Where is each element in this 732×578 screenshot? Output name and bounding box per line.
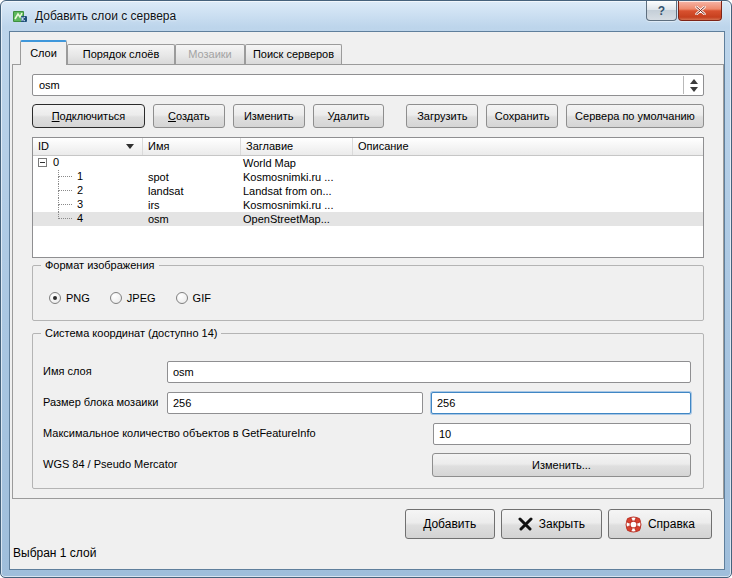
help-button[interactable]: Справка bbox=[608, 509, 712, 539]
server-connection-combobox[interactable]: osm bbox=[32, 74, 704, 96]
tab-tilesets-label: Мозаики bbox=[188, 48, 232, 60]
radio-jpeg[interactable]: JPEG bbox=[110, 292, 156, 304]
tree-branch-line bbox=[58, 191, 59, 198]
tab-layers-label: Слои bbox=[30, 47, 57, 59]
row-title: World Map bbox=[241, 157, 353, 169]
image-format-group-label: Формат изображения bbox=[41, 259, 159, 271]
save-connections-button[interactable]: Сохранить bbox=[486, 104, 558, 128]
close-icon bbox=[695, 6, 706, 15]
row-id: 2 bbox=[77, 184, 83, 196]
tree-expander-icon[interactable] bbox=[38, 158, 47, 167]
radio-png[interactable]: PNG bbox=[49, 292, 90, 304]
tree-branch-line bbox=[58, 177, 59, 184]
image-format-group: Формат изображения PNG JPEG GIF bbox=[32, 265, 704, 321]
tree-branch-icon bbox=[58, 184, 72, 191]
row-id: 0 bbox=[53, 156, 59, 168]
image-format-options: PNG JPEG GIF bbox=[49, 292, 211, 304]
row-name: landsat bbox=[143, 185, 241, 197]
feature-limit-input[interactable] bbox=[433, 423, 691, 445]
tab-layers[interactable]: Слои bbox=[20, 40, 67, 65]
edit-connection-button-label: Изменить bbox=[244, 110, 294, 122]
save-connections-button-label: Сохранить bbox=[495, 110, 550, 122]
coordinate-system-group-label: Система координат (доступно 14) bbox=[41, 327, 221, 339]
change-crs-button-label: Изменить... bbox=[532, 459, 591, 471]
tile-height-input[interactable] bbox=[431, 392, 691, 414]
coordinate-system-group: Система координат (доступно 14) Имя слоя… bbox=[32, 333, 704, 489]
table-row[interactable]: 1 spot Kosmosnimki.ru ... bbox=[33, 170, 703, 184]
row-title: OpenStreetMap... bbox=[241, 213, 353, 225]
default-servers-button-label: Сервера по умолчанию bbox=[575, 110, 695, 122]
radio-png-icon bbox=[49, 292, 61, 304]
table-row-root[interactable]: 0 World Map bbox=[33, 156, 703, 170]
row-title: Kosmosnimki.ru ... bbox=[241, 199, 353, 211]
tree-branch-icon bbox=[58, 212, 72, 219]
spin-up-icon bbox=[690, 79, 698, 84]
help-button-label: Справка bbox=[648, 517, 695, 531]
tile-width-input[interactable] bbox=[167, 392, 423, 414]
column-header-description[interactable]: Описание bbox=[353, 138, 703, 155]
column-header-id[interactable]: ID bbox=[33, 138, 143, 155]
close-button-label: Закрыть bbox=[539, 517, 585, 531]
change-crs-button[interactable]: Изменить... bbox=[432, 453, 691, 477]
status-text: Выбран 1 слой bbox=[13, 546, 96, 560]
window-title: Добавить слои с сервера bbox=[35, 9, 176, 23]
row-id: 3 bbox=[77, 198, 83, 210]
window-close-button[interactable] bbox=[678, 1, 722, 21]
dialog-window: Добавить слои с сервера ? Слои Порядок с… bbox=[0, 0, 732, 578]
tab-server-search-label: Поиск серверов bbox=[253, 48, 334, 60]
tree-branch-line bbox=[58, 205, 59, 212]
edit-connection-button[interactable]: Изменить bbox=[233, 104, 305, 128]
load-connections-button[interactable]: Загрузить bbox=[406, 104, 478, 128]
column-header-title[interactable]: Заглавие bbox=[241, 138, 353, 155]
radio-jpeg-icon bbox=[110, 292, 122, 304]
tab-tilesets: Мозаики bbox=[175, 44, 245, 64]
crs-name-label: WGS 84 / Pseudo Mercator bbox=[43, 458, 178, 470]
layer-name-input[interactable] bbox=[167, 361, 691, 383]
row-name: osm bbox=[143, 213, 241, 225]
delete-connection-button-label: Удалить bbox=[327, 110, 369, 122]
delete-connection-button[interactable]: Удалить bbox=[313, 104, 385, 128]
dialog-client-area: Слои Порядок слоёв Мозаики Поиск серверо… bbox=[9, 31, 725, 570]
row-title: Kosmosnimki.ru ... bbox=[241, 171, 353, 183]
close-button[interactable]: Закрыть bbox=[501, 509, 602, 539]
new-connection-button-label: оздать bbox=[176, 110, 210, 122]
connection-toolbar: Подключиться Создать Изменить Удалить За… bbox=[32, 104, 704, 128]
radio-jpeg-label: JPEG bbox=[127, 292, 156, 304]
close-x-icon bbox=[518, 517, 533, 531]
layers-table[interactable]: ID Имя Заглавие Описание 0 bbox=[32, 137, 704, 258]
row-name: spot bbox=[143, 171, 241, 183]
add-button[interactable]: Добавить bbox=[405, 509, 495, 539]
table-row[interactable]: 2 landsat Landsat from on... bbox=[33, 184, 703, 198]
sort-descending-icon bbox=[126, 144, 134, 149]
help-lifering-icon bbox=[625, 516, 642, 533]
connect-button[interactable]: Подключиться bbox=[32, 104, 145, 128]
connect-button-label: П bbox=[52, 110, 60, 122]
tree-branch-icon bbox=[58, 198, 72, 205]
tab-layer-order-label: Порядок слоёв bbox=[83, 48, 160, 60]
radio-gif[interactable]: GIF bbox=[176, 292, 211, 304]
feature-limit-label: Максимальное количество объектов в GetFe… bbox=[43, 427, 316, 439]
radio-png-label: PNG bbox=[66, 292, 90, 304]
tile-size-label: Размер блока мозаики bbox=[43, 396, 158, 408]
load-connections-button-label: Загрузить bbox=[417, 110, 467, 122]
layer-name-label: Имя слоя bbox=[43, 365, 92, 377]
radio-gif-label: GIF bbox=[193, 292, 211, 304]
tab-layer-order[interactable]: Порядок слоёв bbox=[67, 44, 175, 64]
row-id: 1 bbox=[77, 170, 83, 182]
default-servers-button[interactable]: Сервера по умолчанию bbox=[566, 104, 704, 128]
new-connection-button[interactable]: Создать bbox=[153, 104, 225, 128]
row-name: irs bbox=[143, 199, 241, 211]
row-title: Landsat from on... bbox=[241, 185, 353, 197]
window-help-button[interactable]: ? bbox=[646, 1, 677, 21]
tree-branch-icon bbox=[58, 170, 72, 177]
table-header: ID Имя Заглавие Описание bbox=[33, 138, 703, 156]
table-row-selected[interactable]: 4 osm OpenStreetMap... bbox=[33, 212, 703, 226]
table-row[interactable]: 3 irs Kosmosnimki.ru ... bbox=[33, 198, 703, 212]
combobox-spinner[interactable] bbox=[683, 76, 703, 94]
dialog-button-box: Добавить Закрыть bbox=[405, 509, 712, 539]
title-bar[interactable]: Добавить слои с сервера ? bbox=[1, 1, 731, 31]
column-header-name[interactable]: Имя bbox=[143, 138, 241, 155]
add-button-label: обавить bbox=[431, 517, 476, 531]
tab-server-search[interactable]: Поиск серверов bbox=[245, 44, 342, 64]
row-id: 4 bbox=[77, 212, 83, 224]
